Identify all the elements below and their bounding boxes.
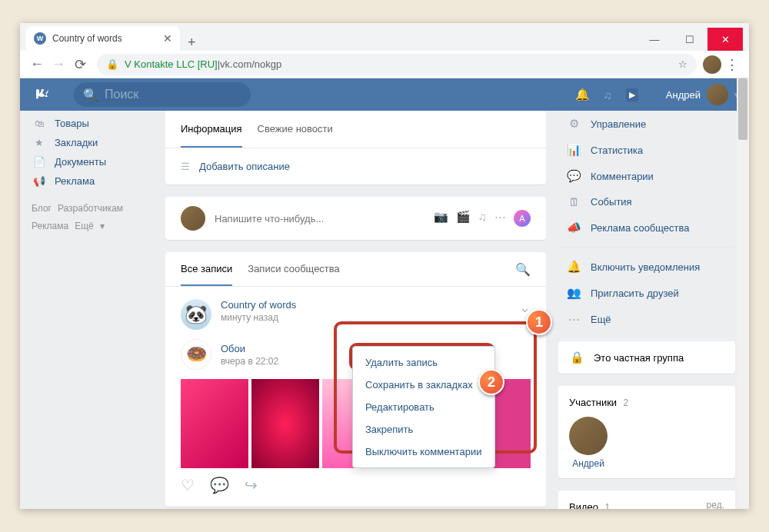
video-icon[interactable]: ▶ — [626, 88, 638, 101]
footer-link-ads[interactable]: Реклама — [32, 221, 68, 231]
window-controls: — ☐ ✕ — [637, 28, 743, 51]
footer-link-devs[interactable]: Разработчикам — [58, 203, 123, 214]
comment-button[interactable]: 💬 — [210, 476, 229, 494]
side-invite[interactable]: 👥Пригласить друзей — [558, 280, 735, 306]
repost-avatar-icon[interactable]: 🍩 — [181, 339, 211, 370]
dropdown-pin[interactable]: Закрепить — [353, 418, 494, 441]
back-button[interactable]: ← — [26, 54, 48, 75]
post-avatar-icon[interactable]: 🐼 — [181, 299, 211, 330]
video-count: 1 — [604, 502, 610, 509]
more-icon: ⋯ — [566, 312, 581, 326]
menu-icon: ☰ — [181, 161, 190, 172]
search-icon: 🔍 — [83, 88, 98, 102]
header-user[interactable]: Андрей ▾ — [652, 84, 749, 105]
megaphone-icon: 📢 — [32, 175, 47, 187]
photo-icon[interactable]: 📷 — [434, 210, 448, 227]
side-label: Включить уведомления — [591, 261, 700, 273]
video-title[interactable]: Видео — [569, 501, 598, 509]
post-author[interactable]: Country of words — [221, 299, 296, 311]
side-stats[interactable]: 📊Статистика — [558, 137, 735, 163]
repost-author[interactable]: Обои — [221, 343, 278, 354]
side-label: Управление — [591, 118, 646, 130]
more-attach-icon[interactable]: ⋯ — [494, 210, 506, 227]
side-manage[interactable]: ⚙Управление — [558, 111, 735, 137]
sidebar-item-goods[interactable]: 🛍Товары — [27, 114, 153, 133]
like-button[interactable]: ♡ — [181, 476, 195, 494]
footer-link-blog[interactable]: Блог — [32, 203, 52, 214]
tab-news[interactable]: Свежие новости — [258, 111, 333, 148]
vk-logo-icon[interactable] — [32, 84, 51, 106]
browser-tab[interactable]: W Country of words ✕ — [26, 26, 180, 51]
bell-icon[interactable]: 🔔 — [575, 88, 590, 101]
participants-title[interactable]: Участники — [569, 397, 617, 408]
info-card: Информация Свежие новости ☰ Добавить опи… — [165, 111, 546, 185]
side-ads[interactable]: 📣Реклама сообщества — [558, 214, 735, 241]
bell-icon: 🔔 — [566, 260, 581, 274]
compose-input[interactable] — [215, 213, 424, 224]
add-description-button[interactable]: ☰ Добавить описание — [165, 148, 546, 185]
wall-tab-all[interactable]: Все записи — [181, 252, 232, 286]
document-icon: 📄 — [32, 156, 47, 168]
browser-window: W Country of words ✕ + — ☐ ✕ ← → ⟳ 🔒 V K… — [20, 23, 749, 509]
chevron-down-icon: ▾ — [100, 221, 105, 231]
post-photo[interactable] — [251, 379, 319, 468]
tab-close-icon[interactable]: ✕ — [163, 32, 172, 45]
header-avatar-icon — [707, 84, 728, 105]
side-label: Статистика — [591, 145, 643, 156]
video-edit-link[interactable]: ред. — [707, 500, 724, 509]
browser-menu-button[interactable]: ⋮ — [721, 54, 743, 75]
tab-info[interactable]: Информация — [181, 111, 242, 148]
bookmark-star-icon[interactable]: ☆ — [678, 58, 687, 70]
goods-icon: 🛍 — [32, 118, 47, 129]
side-events[interactable]: 🗓События — [558, 189, 735, 214]
side-more[interactable]: ⋯Ещё — [558, 306, 735, 332]
video-attach-icon[interactable]: 🎬 — [456, 210, 471, 227]
private-label: 🔒 Это частная группа — [569, 351, 724, 364]
dropdown-delete[interactable]: Удалить запись — [353, 351, 494, 374]
sidebar-item-bookmarks[interactable]: ★Закладки — [27, 133, 153, 152]
forward-button[interactable]: → — [48, 54, 69, 75]
megaphone-icon: 📣 — [566, 221, 581, 234]
sidebar-item-label: Закладки — [55, 137, 98, 148]
reload-button[interactable]: ⟳ — [69, 54, 91, 75]
tab-strip: W Country of words ✕ + — ☐ ✕ — [20, 23, 749, 51]
side-label: События — [591, 196, 632, 208]
callout-badge-2: 2 — [478, 369, 504, 395]
window-minimize-button[interactable]: — — [637, 28, 672, 51]
address-bar[interactable]: 🔒 V Kontakte LLC [RU] | vk.com /nokgp ☆ — [97, 54, 697, 75]
participant-avatar-icon — [569, 417, 608, 455]
lock-icon: 🔒 — [569, 351, 584, 364]
side-notifications[interactable]: 🔔Включить уведомления — [558, 254, 735, 280]
sidebar-item-ads[interactable]: 📢Реклама — [27, 171, 153, 191]
participants-count: 2 — [624, 397, 629, 408]
compose-avatar-icon — [181, 206, 205, 231]
invite-icon: 👥 — [566, 286, 581, 300]
music-attach-icon[interactable]: ♫ — [478, 210, 487, 227]
window-maximize-button[interactable]: ☐ — [672, 28, 707, 51]
dropdown-edit[interactable]: Редактировать — [353, 396, 494, 418]
post-photo[interactable] — [181, 379, 248, 468]
wall-search-icon[interactable]: 🔍 — [515, 252, 531, 286]
music-icon[interactable]: ♫ — [604, 88, 612, 101]
side-comments[interactable]: 💬Комментарии — [558, 163, 735, 189]
vertical-scrollbar[interactable] — [737, 78, 749, 509]
participant[interactable]: Андрей — [569, 417, 608, 469]
url-host: V Kontakte LLC [RU] — [125, 58, 218, 70]
new-tab-button[interactable]: + — [180, 35, 204, 51]
footer-links: БлогРазработчикам РекламаЕщё▾ — [27, 200, 153, 235]
url-bar: ← → ⟳ 🔒 V Kontakte LLC [RU] | vk.com /no… — [20, 51, 749, 78]
post-time: минуту назад — [221, 312, 296, 323]
private-block: 🔒 Это частная группа — [558, 341, 735, 374]
ai-icon[interactable]: A — [514, 210, 531, 227]
dropdown-save[interactable]: Сохранить в закладках — [353, 374, 494, 396]
compose-box[interactable]: 📷 🎬 ♫ ⋯ A — [165, 197, 546, 240]
footer-link-more[interactable]: Ещё — [75, 221, 94, 231]
search-input[interactable]: 🔍 Поиск — [74, 82, 251, 107]
profile-avatar-icon[interactable] — [703, 55, 721, 74]
share-button[interactable]: ↪ — [245, 476, 258, 494]
dropdown-disable-comments[interactable]: Выключить комментарии — [353, 441, 494, 463]
wall-tab-group[interactable]: Записи сообщества — [248, 252, 340, 286]
scrollbar-thumb[interactable] — [738, 78, 747, 140]
window-close-button[interactable]: ✕ — [707, 28, 743, 51]
sidebar-item-documents[interactable]: 📄Документы — [27, 152, 153, 171]
